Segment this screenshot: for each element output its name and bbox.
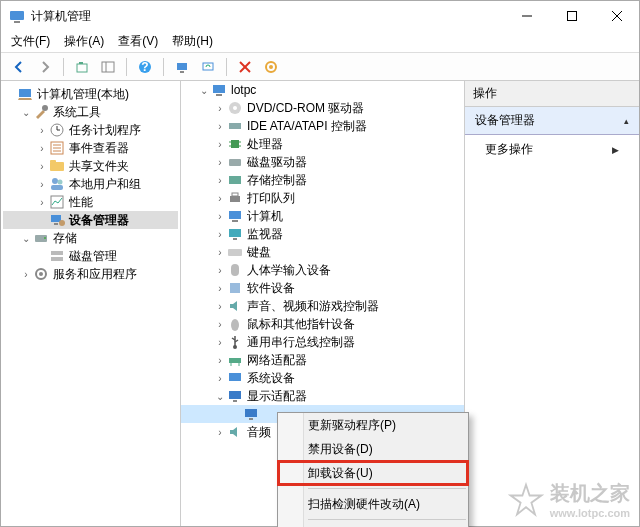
node-diskmgmt[interactable]: 磁盘管理 bbox=[69, 248, 117, 265]
twisty-icon[interactable]: › bbox=[19, 269, 33, 280]
twisty-icon[interactable]: ⌄ bbox=[213, 391, 227, 402]
twisty-icon[interactable]: › bbox=[213, 427, 227, 438]
svg-rect-72 bbox=[233, 400, 237, 402]
node-localusers[interactable]: 本地用户和组 bbox=[69, 176, 141, 193]
node-print[interactable]: 打印队列 bbox=[247, 190, 295, 207]
twisty-icon[interactable]: › bbox=[213, 283, 227, 294]
twisty-icon[interactable]: › bbox=[213, 247, 227, 258]
node-diskdrives[interactable]: 磁盘驱动器 bbox=[247, 154, 307, 171]
svg-rect-60 bbox=[233, 238, 237, 240]
help-button[interactable]: ? bbox=[133, 56, 157, 78]
node-display-child[interactable] bbox=[263, 407, 266, 421]
computer-icon bbox=[211, 82, 227, 98]
node-services[interactable]: 服务和应用程序 bbox=[53, 266, 137, 283]
twisty-icon[interactable]: › bbox=[213, 139, 227, 150]
node-cpu[interactable]: 处理器 bbox=[247, 136, 283, 153]
chevron-right-icon: ▶ bbox=[612, 145, 619, 155]
node-shared[interactable]: 共享文件夹 bbox=[69, 158, 129, 175]
node-storagectrl[interactable]: 存储控制器 bbox=[247, 172, 307, 189]
node-software[interactable]: 软件设备 bbox=[247, 280, 295, 297]
twisty-icon[interactable]: › bbox=[213, 265, 227, 276]
properties-button[interactable] bbox=[259, 56, 283, 78]
node-audio[interactable]: 音频 bbox=[247, 424, 271, 441]
node-hid[interactable]: 人体学输入设备 bbox=[247, 262, 331, 279]
twisty-icon[interactable]: › bbox=[213, 121, 227, 132]
node-eventviewer[interactable]: 事件查看器 bbox=[69, 140, 129, 157]
node-keyboard[interactable]: 键盘 bbox=[247, 244, 271, 261]
menu-action[interactable]: 操作(A) bbox=[64, 33, 104, 50]
tools-icon bbox=[33, 104, 49, 120]
actions-pane: 操作 设备管理器 ▴ 更多操作 ▶ bbox=[465, 81, 639, 526]
twisty-icon[interactable]: › bbox=[213, 193, 227, 204]
actions-title: 操作 bbox=[465, 81, 639, 107]
cm-scan-hardware[interactable]: 扫描检测硬件改动(A) bbox=[278, 492, 468, 516]
svg-rect-71 bbox=[229, 391, 241, 399]
cm-update-driver[interactable]: 更新驱动程序(P) bbox=[278, 413, 468, 437]
node-ide[interactable]: IDE ATA/ATAPI 控制器 bbox=[247, 118, 367, 135]
svg-rect-1 bbox=[14, 21, 20, 23]
minimize-button[interactable] bbox=[504, 1, 549, 31]
delete-button[interactable] bbox=[233, 56, 257, 78]
cm-disable-device[interactable]: 禁用设备(D) bbox=[278, 437, 468, 461]
twisty-icon[interactable]: › bbox=[213, 211, 227, 222]
twisty-icon[interactable]: › bbox=[213, 175, 227, 186]
cm-uninstall-device[interactable]: 卸载设备(U) bbox=[278, 461, 468, 485]
node-devmgr[interactable]: 设备管理器 bbox=[69, 212, 129, 229]
twisty-icon[interactable]: › bbox=[213, 373, 227, 384]
menu-file[interactable]: 文件(F) bbox=[11, 33, 50, 50]
node-network[interactable]: 网络适配器 bbox=[247, 352, 307, 369]
twisty-icon[interactable]: › bbox=[213, 229, 227, 240]
twisty-icon[interactable]: › bbox=[213, 337, 227, 348]
actions-more[interactable]: 更多操作 ▶ bbox=[465, 135, 639, 164]
node-systools[interactable]: 系统工具 bbox=[53, 104, 101, 121]
twisty-icon[interactable]: › bbox=[213, 103, 227, 114]
left-tree[interactable]: ▸计算机管理(本地) ⌄系统工具 ›任务计划程序 ›事件查看器 ›共享文件夹 ›… bbox=[1, 81, 181, 526]
twisty-icon[interactable]: ⌄ bbox=[197, 85, 211, 96]
node-system[interactable]: 系统设备 bbox=[247, 370, 295, 387]
node-tasksched[interactable]: 任务计划程序 bbox=[69, 122, 141, 139]
svg-point-46 bbox=[233, 106, 237, 110]
actions-section[interactable]: 设备管理器 ▴ bbox=[465, 107, 639, 135]
node-dvd[interactable]: DVD/CD-ROM 驱动器 bbox=[247, 100, 364, 117]
performance-icon bbox=[49, 194, 65, 210]
node-sound[interactable]: 声音、视频和游戏控制器 bbox=[247, 298, 379, 315]
twisty-icon[interactable]: › bbox=[213, 301, 227, 312]
twisty-icon[interactable]: › bbox=[35, 125, 49, 136]
twisty-icon[interactable]: › bbox=[213, 319, 227, 330]
node-root[interactable]: 计算机管理(本地) bbox=[37, 86, 129, 103]
menubar: 文件(F) 操作(A) 查看(V) 帮助(H) bbox=[1, 31, 639, 53]
menu-view[interactable]: 查看(V) bbox=[118, 33, 158, 50]
twisty-icon[interactable]: › bbox=[213, 355, 227, 366]
computer-mgmt-icon bbox=[17, 86, 33, 102]
twisty-icon[interactable]: › bbox=[35, 161, 49, 172]
computer-icon-button[interactable] bbox=[170, 56, 194, 78]
svg-rect-61 bbox=[228, 249, 242, 256]
node-monitor[interactable]: 监视器 bbox=[247, 226, 283, 243]
node-display[interactable]: 显示适配器 bbox=[247, 388, 307, 405]
refresh-button[interactable] bbox=[196, 56, 220, 78]
cm-properties[interactable]: 属性(R) bbox=[278, 523, 468, 527]
node-mouse[interactable]: 鼠标和其他指针设备 bbox=[247, 316, 355, 333]
back-button[interactable] bbox=[7, 56, 31, 78]
twisty-icon[interactable]: ⌄ bbox=[19, 107, 33, 118]
twisty-icon[interactable]: › bbox=[213, 157, 227, 168]
twisty-icon[interactable]: › bbox=[35, 197, 49, 208]
node-pc[interactable]: lotpc bbox=[231, 83, 256, 97]
close-button[interactable] bbox=[594, 1, 639, 31]
forward-button[interactable] bbox=[33, 56, 57, 78]
twisty-icon[interactable]: ⌄ bbox=[19, 233, 33, 244]
network-icon bbox=[227, 352, 243, 368]
node-usb[interactable]: 通用串行总线控制器 bbox=[247, 334, 355, 351]
maximize-button[interactable] bbox=[549, 1, 594, 31]
node-computer[interactable]: 计算机 bbox=[247, 208, 283, 225]
svg-rect-39 bbox=[51, 251, 63, 255]
actions-more-label: 更多操作 bbox=[485, 141, 533, 158]
twisty-icon[interactable]: › bbox=[35, 143, 49, 154]
node-perf[interactable]: 性能 bbox=[69, 194, 93, 211]
svg-rect-73 bbox=[245, 409, 257, 417]
menu-help[interactable]: 帮助(H) bbox=[172, 33, 213, 50]
node-storage[interactable]: 存储 bbox=[53, 230, 77, 247]
twisty-icon[interactable]: › bbox=[35, 179, 49, 190]
show-hide-button[interactable] bbox=[96, 56, 120, 78]
up-button[interactable] bbox=[70, 56, 94, 78]
